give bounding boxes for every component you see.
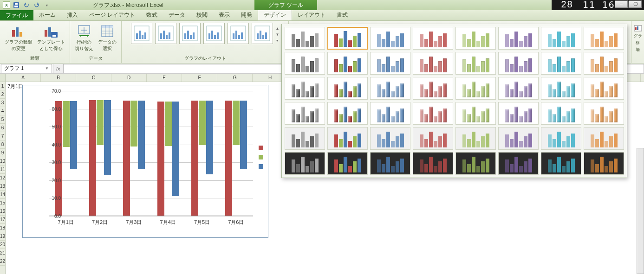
legend-swatch[interactable] (259, 146, 263, 150)
col-header-S[interactable]: S (641, 74, 644, 82)
row-header-11[interactable]: 11 (0, 166, 5, 174)
redo-button[interactable] (33, 1, 41, 9)
col-header-F[interactable]: F (182, 74, 217, 82)
chart-style-13[interactable] (455, 52, 496, 75)
save-template-button[interactable]: テンプレートとして保存 (36, 23, 66, 52)
row-header-4[interactable]: 4 (0, 107, 5, 115)
tab-ページ レイアウト[interactable]: ページ レイアウト (84, 9, 141, 20)
layout-more[interactable]: ▾ (276, 38, 278, 43)
chart-style-17[interactable] (285, 77, 325, 100)
row-header-5[interactable]: 5 (0, 115, 5, 124)
chart-style-26[interactable] (327, 102, 368, 125)
col-header-G[interactable]: G (217, 74, 253, 82)
chart-style-12[interactable] (413, 52, 453, 75)
row-header-15[interactable]: 15 (0, 199, 5, 207)
chart-layout-3[interactable] (179, 23, 201, 44)
chart-style-46[interactable] (498, 152, 539, 175)
legend-swatch[interactable] (259, 155, 263, 159)
chart-style-20[interactable] (413, 77, 453, 100)
row-header-8[interactable]: 8 (0, 140, 5, 149)
select-data-button[interactable]: データの選択 (97, 23, 117, 52)
save-button[interactable] (12, 1, 20, 9)
layout-scroll-down[interactable]: ▼ (276, 32, 280, 37)
qat-dropdown[interactable]: ▾ (43, 1, 51, 9)
chart-style-21[interactable] (455, 77, 496, 100)
chart-style-47[interactable] (541, 152, 581, 175)
name-box[interactable]: グラフ 1▼ (1, 64, 52, 73)
chart-style-44[interactable] (413, 152, 453, 175)
tab-デザイン[interactable]: デザイン (258, 9, 292, 20)
col-header-B[interactable]: B (41, 74, 76, 82)
chart-style-1[interactable] (285, 27, 325, 50)
col-header-D[interactable]: D (111, 74, 147, 82)
row-header-7[interactable]: 7 (0, 132, 5, 140)
row-header-22[interactable]: 22 (0, 257, 5, 266)
chart-style-40[interactable] (584, 127, 624, 150)
undo-button[interactable] (22, 1, 31, 9)
tab-数式[interactable]: 数式 (141, 9, 163, 20)
vertical-scrollbar[interactable] (637, 148, 644, 274)
fx-icon[interactable]: fx (56, 66, 60, 71)
switch-row-col-button[interactable]: 行/列の切り替え (74, 23, 94, 52)
chart-layout-5[interactable] (228, 23, 249, 44)
chart-style-30[interactable] (498, 102, 539, 125)
chart-style-5[interactable] (455, 27, 496, 50)
change-chart-type-button[interactable]: グラフの種類の変更 (4, 23, 33, 52)
layout-scroll-up[interactable]: ▲ (276, 26, 280, 31)
chart-layout-1[interactable] (131, 23, 152, 44)
maximize-button[interactable]: ▢ (629, 0, 642, 8)
chart-style-10[interactable] (327, 52, 368, 75)
chart-style-36[interactable] (413, 127, 453, 150)
row-header-21[interactable]: 21 (0, 249, 5, 257)
chart-style-38[interactable] (498, 127, 539, 150)
chart-style-31[interactable] (541, 102, 581, 125)
select-all-corner[interactable] (0, 74, 5, 82)
row-header-13[interactable]: 13 (0, 182, 5, 191)
chart-style-37[interactable] (455, 127, 496, 150)
chart-style-2[interactable] (327, 27, 368, 50)
chart-style-16[interactable] (584, 52, 624, 75)
chart-style-7[interactable] (541, 27, 581, 50)
row-header-17[interactable]: 17 (0, 216, 5, 224)
legend-swatch[interactable] (259, 164, 263, 169)
chart-style-19[interactable] (370, 77, 410, 100)
chart-style-6[interactable] (498, 27, 539, 50)
tab-開発[interactable]: 開発 (235, 9, 258, 20)
chart-style-22[interactable] (498, 77, 539, 100)
chart-legend[interactable] (259, 146, 263, 169)
chart-layout-6[interactable] (252, 23, 273, 44)
chart-layout-2[interactable] (155, 23, 176, 44)
chart-style-39[interactable] (541, 127, 581, 150)
chart-layout-4[interactable] (203, 23, 225, 44)
row-header-19[interactable]: 19 (0, 232, 5, 241)
chart-style-15[interactable] (541, 52, 581, 75)
row-header-1[interactable]: 1 (0, 82, 5, 90)
chart-style-9[interactable] (285, 52, 325, 75)
chart-style-4[interactable] (413, 27, 453, 50)
row-header-18[interactable]: 18 (0, 224, 5, 232)
chart-style-8[interactable] (584, 27, 624, 50)
col-header-C[interactable]: C (76, 74, 111, 82)
chart-style-3[interactable] (370, 27, 410, 50)
row-header-10[interactable]: 10 (0, 157, 5, 166)
row-header-14[interactable]: 14 (0, 191, 5, 199)
chart-style-25[interactable] (285, 102, 325, 125)
tab-校閲[interactable]: 校閲 (191, 9, 213, 20)
chart-style-48[interactable] (584, 152, 624, 175)
row-header-12[interactable]: 12 (0, 174, 5, 182)
chart-style-43[interactable] (370, 152, 410, 175)
chevron-down-icon[interactable]: ▼ (45, 66, 49, 70)
col-header-E[interactable]: E (147, 74, 182, 82)
tab-書式[interactable]: 書式 (331, 9, 353, 20)
row-header-9[interactable]: 9 (0, 149, 5, 157)
tab-ホーム[interactable]: ホーム (33, 9, 61, 20)
tab-データ[interactable]: データ (163, 9, 191, 20)
chart-style-29[interactable] (455, 102, 496, 125)
row-header-16[interactable]: 16 (0, 207, 5, 216)
minimize-button[interactable]: – (615, 0, 628, 8)
chart-style-34[interactable] (327, 127, 368, 150)
tab-表示[interactable]: 表示 (213, 9, 235, 20)
row-header-3[interactable]: 3 (0, 99, 5, 107)
row-header-20[interactable]: 20 (0, 241, 5, 249)
row-header-2[interactable]: 2 (0, 90, 5, 99)
